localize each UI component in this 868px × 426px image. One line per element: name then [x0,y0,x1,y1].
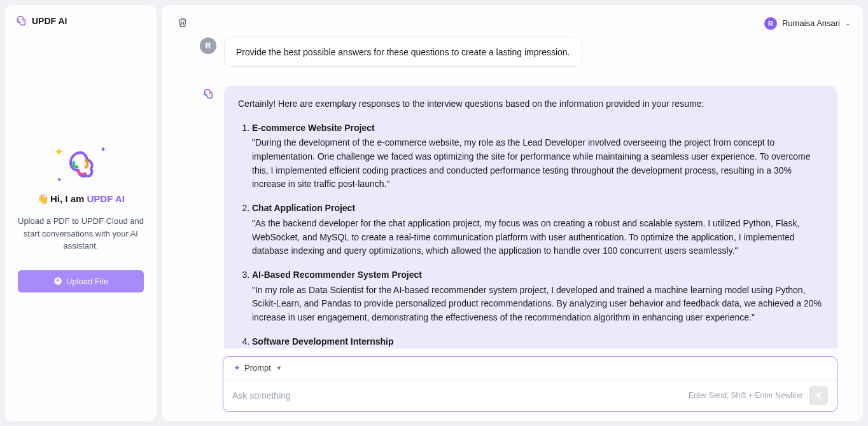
wave-icon: 👋 [37,193,49,204]
sidebar-description: Upload a PDF to UPDF Cloud and start con… [18,215,144,252]
main-header: R Rumaisa Ansari ⌄ [162,5,863,38]
chevron-down-icon: ⌄ [845,20,850,27]
send-icon [813,390,823,401]
list-item-title: E-commerce Website Project [252,123,375,133]
list-item-body: "In my role as Data Scientist for the AI… [252,284,823,325]
input-row: Enter Send; Shift + Enter Newline [223,380,837,411]
user-name-label: Rumaisa Ansari [782,18,840,28]
ai-message-row: Certainly! Here are exemplary responses … [200,86,837,348]
prompt-selector[interactable]: ✦ Prompt ▼ [223,357,837,380]
upload-button-label: Upload File [66,277,108,286]
send-button[interactable] [809,386,828,405]
caret-down-icon: ▼ [276,365,282,371]
trash-icon [177,17,188,28]
message-input[interactable] [232,390,689,401]
user-menu[interactable]: R Rumaisa Ansari ⌄ [764,17,850,30]
prompt-label: Prompt [244,363,271,373]
input-area: ✦ Prompt ▼ Enter Send; Shift + Enter New… [197,348,863,421]
ai-message-avatar [200,86,216,102]
sparkle-icon: ✦ [54,145,64,159]
list-item: AI-Based Recommender System Project "In … [252,268,823,325]
sidebar: UPDF AI ✦ ✦ ✦ 👋Hi, I am UPDF AI Upload a… [5,5,157,421]
user-message-row: R Provide the best possible answers for … [200,38,837,67]
greeting-ai-name: UPDF AI [87,193,125,204]
greeting-text: 👋Hi, I am UPDF AI [37,193,125,205]
ai-intro-text: Certainly! Here are exemplary responses … [238,97,823,111]
delete-button[interactable] [174,14,191,32]
main-panel: R Rumaisa Ansari ⌄ R Provide the best po… [162,5,863,421]
greeting-prefix: Hi, I am [50,193,87,204]
ai-message-bubble: Certainly! Here are exemplary responses … [224,86,837,348]
upload-file-button[interactable]: Upload File [18,270,144,292]
list-item: Software Development Internship [252,335,823,348]
upload-icon [53,277,62,285]
user-message-bubble: Provide the best possible answers for th… [224,38,582,67]
list-item-body: "As the backend developer for the chat a… [252,217,823,258]
sparkle-icon: ✦ [57,176,62,183]
ai-answer-list: E-commerce Website Project "During the d… [238,121,823,348]
list-item-body: "During the development of the e-commerc… [252,136,823,191]
user-message-avatar: R [200,38,216,54]
updf-logo-large-icon: ✦ ✦ ✦ [66,150,96,181]
chat-scroll-area[interactable]: R Provide the best possible answers for … [162,38,863,348]
input-hint: Enter Send; Shift + Enter Newline [689,391,802,400]
sparkle-icon: ✦ [234,363,241,373]
sidebar-intro: ✦ ✦ ✦ 👋Hi, I am UPDF AI Upload a PDF to … [15,32,146,411]
list-item: Chat Application Project "As the backend… [252,202,823,258]
input-box: ✦ Prompt ▼ Enter Send; Shift + Enter New… [223,356,837,412]
user-avatar: R [764,17,777,30]
brand-name: UPDF AI [32,16,67,26]
list-item: E-commerce Website Project "During the d… [252,121,823,191]
sidebar-header: UPDF AI [15,15,146,27]
updf-logo-icon [15,15,27,27]
list-item-title: AI-Based Recommender System Project [252,270,422,280]
sparkle-icon: ✦ [100,145,106,154]
list-item-title: Chat Application Project [252,203,355,213]
list-item-title: Software Development Internship [252,336,393,347]
